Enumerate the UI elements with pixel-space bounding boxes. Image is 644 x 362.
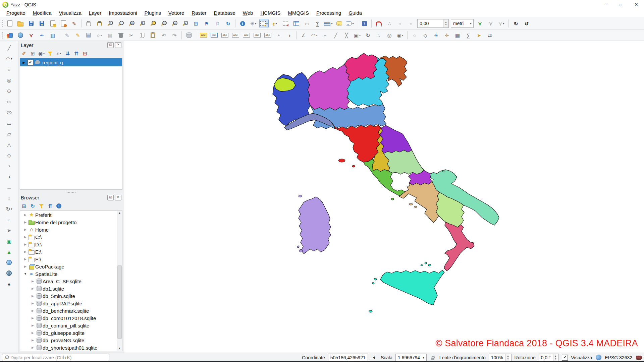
expand-arrow-icon[interactable]: ▶ <box>30 287 35 290</box>
plugin-square-green-button[interactable]: ▣ <box>5 237 13 245</box>
draw-ellipse-button[interactable]: ○ <box>5 97 13 106</box>
filter-browser-button[interactable] <box>38 202 45 210</box>
browser-item-db-provang-sqlite[interactable]: ▶db_provaNG.sqlite <box>20 337 117 344</box>
deselect-all-button[interactable] <box>281 19 290 28</box>
enable-snapping-button[interactable] <box>374 19 383 28</box>
coordinate-input[interactable]: 505186,4265921 <box>328 354 368 361</box>
toggle-editing-button[interactable]: ✎ <box>73 31 82 40</box>
new-print-layout-button[interactable] <box>48 19 57 28</box>
spinner-arrows-icon[interactable]: ▾ <box>468 22 473 25</box>
menu-item-hcmgis[interactable]: HCMGIS <box>257 9 284 17</box>
draw-circle-center-button[interactable]: ⊙ <box>5 86 13 95</box>
pan-to-selection-button[interactable] <box>95 19 104 28</box>
zoom-to-selection-button[interactable] <box>149 19 157 28</box>
scale-combobox[interactable]: 1:6966794▾ <box>395 354 427 361</box>
refresh-map-button[interactable]: ↻ <box>224 19 232 28</box>
expand-arrow-icon[interactable]: ▶ <box>30 346 35 349</box>
run-feature-action-button[interactable]: ✳▾ <box>249 19 258 28</box>
new-spatial-bookmark-button[interactable]: ⚑ <box>202 19 211 28</box>
refresh-browser-button[interactable]: ↻ <box>29 202 37 210</box>
expand-arrow-icon[interactable]: ▶ <box>30 316 35 320</box>
reshape-features-button[interactable]: ⌐ <box>321 31 329 40</box>
plugin-swap-button[interactable]: ⇄ <box>485 31 494 40</box>
save-project-as-button[interactable] <box>38 19 46 28</box>
minimize-window-icon[interactable]: ─ <box>598 0 613 9</box>
scrollbar-thumb[interactable] <box>117 265 122 339</box>
dropdown-arrow-icon[interactable]: ▾ <box>60 52 61 55</box>
rotate-shape-button[interactable]: ↻▾ <box>5 204 13 213</box>
open-attribute-table-button[interactable] <box>292 19 301 28</box>
map-tips-button[interactable] <box>335 19 343 28</box>
lock-scale-icon[interactable] <box>430 355 436 360</box>
open-data-source-manager-button[interactable] <box>5 31 14 40</box>
close-window-icon[interactable]: ✕ <box>629 0 644 9</box>
vertex-tool-button[interactable]: ⋎ <box>27 31 36 40</box>
log-messages-icon[interactable]: ⋯ <box>635 356 642 360</box>
browser-item-f-[interactable]: ▶F:\ <box>20 255 117 263</box>
expand-arrow-icon[interactable]: ▶ <box>30 331 35 335</box>
draw-rectangle-3points-button[interactable]: ▱ <box>5 129 13 138</box>
redo-edit-button[interactable]: ↷ <box>170 31 179 40</box>
dropdown-arrow-icon[interactable]: ▾ <box>316 34 318 37</box>
draw-line-button[interactable]: ╱ <box>5 44 13 52</box>
current-edits-button[interactable]: ✎ <box>63 31 71 40</box>
spinner-arrows-icon[interactable]: ▲▼ <box>443 19 448 27</box>
diagram-attributes-button[interactable]: ◑ <box>285 31 293 40</box>
snapping-option-b-button[interactable]: ▫ <box>407 19 415 28</box>
filter-legend-button[interactable] <box>46 50 54 57</box>
menu-item-mmqgis[interactable]: MMQGIS <box>284 9 313 17</box>
collapse-all-button[interactable]: ⇈ <box>72 50 80 57</box>
draw-regular-polygon-button[interactable]: △ <box>5 140 13 149</box>
expand-arrow-icon[interactable]: ▼ <box>23 272 28 276</box>
labeling-single-button[interactable]: abc <box>210 31 218 40</box>
close-panel-icon[interactable]: ✕ <box>115 42 121 48</box>
close-panel-icon[interactable]: ✕ <box>115 195 121 200</box>
draw-circle-2points-button[interactable]: ○ <box>5 65 13 74</box>
save-project-button[interactable] <box>27 19 36 28</box>
menu-item-layer[interactable]: Layer <box>85 9 105 17</box>
crs-globe-icon[interactable] <box>595 355 602 360</box>
browser-item-db-shortestpath01-sqlite[interactable]: ▶db_shortestpath01.sqlite <box>20 344 117 351</box>
expand-arrow-icon[interactable]: ▶ <box>30 302 35 305</box>
snapping-units[interactable]: metri▾ <box>451 19 474 28</box>
maximize-window-icon[interactable]: □ <box>613 0 629 9</box>
undo-button[interactable]: ↺ <box>522 19 531 28</box>
open-layer-styling-panel-button[interactable]: ✐ <box>20 50 28 57</box>
select-by-expression-button[interactable]: ε▾ <box>270 19 279 28</box>
locator-search-input[interactable]: Digita per localizzare (Ctrl+K) <box>2 354 109 361</box>
delete-part-button[interactable]: ◉▾ <box>396 31 405 40</box>
select-features-by-rectangle-button[interactable]: ▾ <box>260 19 268 28</box>
rotate-label-button[interactable]: abc <box>253 31 261 40</box>
split-parts-button[interactable]: ╳ <box>342 31 351 40</box>
properties-widget-button[interactable]: i <box>55 202 63 210</box>
expand-arrow-icon[interactable]: ▶ <box>23 257 28 261</box>
browser-item-db-5mln-sqlite[interactable]: ▶db_5mln.sqlite <box>20 292 117 300</box>
browser-scrollbar[interactable]: ▲ ▼ <box>117 211 122 351</box>
remove-layer-button[interactable]: ⊟ <box>81 50 89 57</box>
cut-features-button[interactable]: ✂ <box>127 31 136 40</box>
expand-all-button[interactable]: ⇊ <box>64 50 71 57</box>
manage-map-themes-button[interactable]: ◉▾ <box>38 50 45 57</box>
plugin-stats-button[interactable]: ∑ <box>464 31 473 40</box>
plugin-triangle-green-button[interactable]: ▲ <box>5 247 13 256</box>
topological-editing-button[interactable]: ⋎ <box>476 19 484 28</box>
layer-item-regioni-g[interactable]: ▶ ✓ regioni_g <box>20 58 122 66</box>
menu-item-modifica[interactable]: Modifica <box>29 9 55 17</box>
new-project-button[interactable] <box>5 19 14 28</box>
scroll-up-icon[interactable]: ▲ <box>117 211 122 216</box>
dropdown-arrow-icon[interactable]: ▾ <box>331 22 332 25</box>
plugin-processing-button[interactable]: ✳ <box>432 31 440 40</box>
filter-legend-by-expression-button[interactable]: ε▾ <box>55 50 63 57</box>
expand-arrow-icon[interactable]: ▶ <box>23 213 28 217</box>
highlight-pinned-labels-button[interactable]: abc <box>231 31 240 40</box>
layer-visibility-checkbox[interactable]: ✓ <box>28 60 33 65</box>
browser-item-db-comuni-pill-sqlite[interactable]: ▶db_comuni_pill.sqlite <box>20 322 117 329</box>
dropdown-arrow-icon[interactable]: ▾ <box>352 22 354 25</box>
dropdown-arrow-icon[interactable]: ▾ <box>101 34 102 37</box>
zoom-native-resolution-button[interactable]: 1:1 <box>127 19 136 28</box>
menu-item-plugins[interactable]: Plugins <box>141 9 165 17</box>
change-label-button[interactable]: abc <box>263 31 272 40</box>
plugin-select-polygon-button[interactable]: ◇ <box>421 31 430 40</box>
menu-item-progetto[interactable]: Progetto <box>3 9 29 17</box>
menu-item-visualizza[interactable]: Visualizza <box>55 9 85 17</box>
